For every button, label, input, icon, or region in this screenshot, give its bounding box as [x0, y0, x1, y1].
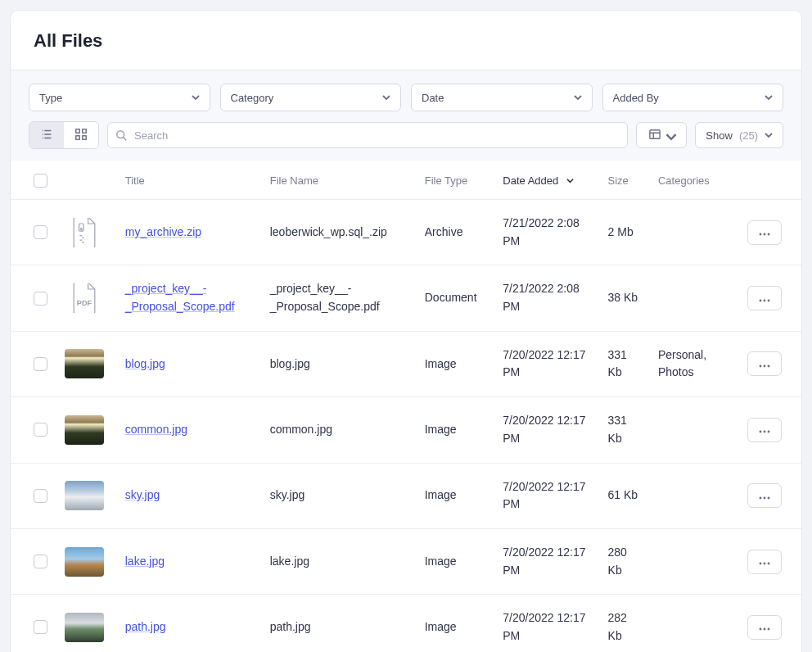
view-mode-group [29, 121, 99, 149]
file-name: lake.jpg [270, 555, 309, 568]
filter-type[interactable]: Type [29, 84, 210, 111]
file-pdf-icon: PDF [65, 283, 104, 313]
date-added: 7/21/2022 2:08 PM [503, 216, 579, 247]
svg-rect-5 [650, 129, 660, 138]
col-header-categories[interactable]: Categories [650, 161, 739, 200]
chevron-down-icon [574, 93, 582, 102]
filter-added-by-label: Added By [613, 92, 659, 104]
layout-icon [649, 129, 661, 143]
svg-point-9 [764, 233, 766, 236]
row-checkbox[interactable] [34, 357, 47, 371]
file-type: Document [425, 291, 477, 304]
file-type: Image [425, 488, 457, 501]
svg-point-21 [760, 496, 762, 499]
file-title-link[interactable]: sky.jpg [125, 488, 160, 501]
file-type: Image [425, 423, 457, 436]
svg-rect-3 [83, 135, 86, 138]
svg-text:PDF: PDF [77, 299, 92, 307]
ellipsis-icon [759, 621, 770, 633]
svg-point-26 [768, 563, 770, 565]
search-icon [115, 129, 127, 141]
svg-point-27 [760, 628, 762, 631]
file-name: path.jpg [270, 620, 311, 633]
files-panel: All Files Type Category Date Added By [10, 10, 802, 652]
file-type: Image [425, 620, 457, 633]
row-checkbox[interactable] [34, 620, 47, 634]
date-added: 7/20/2022 12:17 PM [503, 480, 585, 511]
filter-category[interactable]: Category [220, 84, 402, 111]
search-input[interactable] [107, 122, 628, 148]
col-header-date-added-label: Date Added [503, 174, 558, 187]
view-list-button[interactable] [29, 122, 64, 148]
svg-point-12 [760, 299, 762, 301]
file-type: Image [425, 357, 457, 370]
image-thumbnail [65, 613, 104, 642]
toolbar: Type Category Date Added By [11, 70, 801, 161]
select-all-checkbox[interactable] [34, 174, 47, 188]
col-header-filename[interactable]: File Name [262, 161, 417, 200]
list-icon [40, 128, 53, 143]
image-thumbnail [65, 481, 104, 510]
table-header-row: Title File Name File Type Date Added Siz… [11, 161, 801, 200]
svg-point-15 [760, 365, 762, 368]
chevron-down-icon [765, 131, 773, 139]
file-categories: Personal, Photos [658, 348, 706, 379]
table-row: my_archive.zipleoberwick_wp.sql_.zipArch… [11, 200, 801, 265]
svg-point-16 [764, 365, 766, 368]
svg-point-10 [768, 233, 770, 236]
table-row: PDF_project_key__-_Proposal_Scope.pdf_pr… [11, 265, 801, 331]
svg-point-22 [764, 496, 766, 499]
file-size: 331 Kb [608, 348, 627, 379]
svg-rect-0 [76, 129, 79, 132]
image-thumbnail [65, 547, 104, 577]
svg-point-7 [80, 228, 82, 229]
panel-header: All Files [11, 11, 801, 70]
row-checkbox[interactable] [34, 225, 47, 239]
files-table: Title File Name File Type Date Added Siz… [11, 161, 801, 652]
col-header-title[interactable]: Title [117, 161, 262, 200]
layout-settings-button[interactable] [636, 122, 687, 148]
svg-point-14 [768, 299, 770, 301]
svg-point-18 [760, 431, 762, 433]
file-title-link[interactable]: path.jpg [125, 620, 166, 633]
date-added: 7/20/2022 12:17 PM [503, 611, 585, 642]
row-actions-button[interactable] [747, 220, 782, 245]
show-count-button[interactable]: Show (25) [695, 122, 783, 148]
col-header-date-added[interactable]: Date Added [494, 161, 599, 200]
view-grid-button[interactable] [64, 122, 98, 148]
table-row: common.jpgcommon.jpgImage7/20/2022 12:17… [11, 397, 801, 463]
col-header-filetype[interactable]: File Type [417, 161, 495, 200]
file-title-link[interactable]: my_archive.zip [125, 225, 201, 238]
file-title-link[interactable]: common.jpg [125, 423, 187, 436]
file-title-link[interactable]: lake.jpg [125, 555, 165, 568]
file-name: common.jpg [270, 423, 332, 436]
date-added: 7/20/2022 12:17 PM [503, 348, 585, 379]
row-actions-button[interactable] [747, 615, 782, 640]
row-checkbox[interactable] [34, 423, 47, 437]
filter-date[interactable]: Date [411, 84, 593, 111]
filter-date-label: Date [422, 92, 444, 104]
filter-category-label: Category [231, 92, 274, 104]
date-added: 7/20/2022 12:17 PM [503, 546, 585, 577]
row-checkbox[interactable] [34, 292, 47, 306]
table-row: path.jpgpath.jpgImage7/20/2022 12:17 PM2… [11, 595, 801, 652]
row-checkbox[interactable] [34, 555, 47, 568]
col-header-size[interactable]: Size [600, 161, 650, 200]
table-row: sky.jpgsky.jpgImage7/20/2022 12:17 PM61 … [11, 463, 801, 528]
row-actions-button[interactable] [747, 483, 782, 508]
ellipsis-icon [759, 292, 770, 305]
row-actions-button[interactable] [747, 550, 782, 574]
svg-rect-1 [83, 129, 86, 132]
row-actions-button[interactable] [747, 286, 782, 310]
file-name: blog.jpg [270, 357, 310, 370]
row-actions-button[interactable] [747, 418, 782, 442]
file-name: _project_key__-_Proposal_Scope.pdf [270, 282, 380, 313]
row-actions-button[interactable] [747, 351, 782, 376]
file-title-link[interactable]: blog.jpg [125, 357, 165, 370]
filter-added-by[interactable]: Added By [602, 84, 784, 111]
svg-point-4 [117, 131, 124, 138]
image-thumbnail [65, 349, 104, 378]
file-type: Archive [425, 225, 463, 238]
file-title-link[interactable]: _project_key__-_Proposal_Scope.pdf [125, 282, 235, 313]
row-checkbox[interactable] [34, 489, 47, 503]
